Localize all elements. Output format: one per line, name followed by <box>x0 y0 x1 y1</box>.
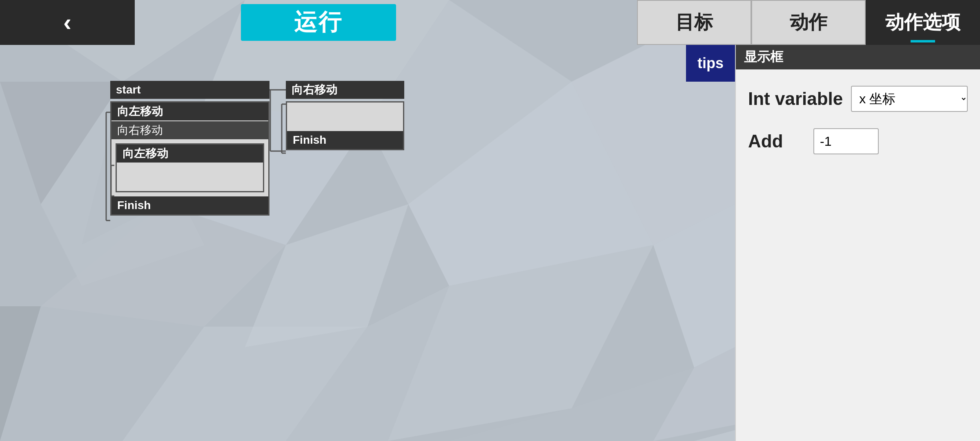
tips-button[interactable]: tips <box>686 45 735 82</box>
tab-action[interactable]: 动作 <box>751 0 866 45</box>
node-finish-bottom[interactable]: Finish <box>111 196 268 214</box>
panel-content: Int variable x 坐标 y 坐标 宽度 高度 Add <box>736 69 980 187</box>
node-finish-right[interactable]: Finish <box>287 131 403 149</box>
node-right-move-top[interactable]: 向右移动 <box>286 81 404 99</box>
node-inner-empty <box>117 163 263 191</box>
nav-tabs: 目标 动作 动作选项 <box>637 0 980 45</box>
node-inner-group: 向左移动 <box>116 143 264 192</box>
tab-action-options-label: 动作选项 <box>885 10 960 35</box>
panel-header-title: 显示框 <box>744 48 783 66</box>
tab-target[interactable]: 目标 <box>637 0 751 45</box>
node-left-move2[interactable]: 向左移动 <box>117 145 263 163</box>
node-right-empty <box>287 102 403 131</box>
int-variable-label: Int variable <box>748 89 843 109</box>
node-start[interactable]: start <box>110 81 270 99</box>
node-right-move-inner[interactable]: 向右移动 <box>111 121 268 139</box>
tab-target-label: 目标 <box>675 10 713 35</box>
tab-action-options[interactable]: 动作选项 <box>866 0 980 45</box>
back-icon: ‹ <box>63 10 71 35</box>
node-left-move[interactable]: 向左移动 <box>111 102 268 120</box>
run-button[interactable]: 运行 <box>241 4 396 41</box>
right-panel: 显示框 Int variable x 坐标 y 坐标 宽度 高度 Add <box>735 45 980 441</box>
add-row: Add <box>748 128 968 154</box>
top-bar: ‹ 运行 目标 动作 动作选项 <box>0 0 980 45</box>
node-outer-group: 向左移动 向右移动 向左移动 Finish <box>110 101 270 216</box>
back-button[interactable]: ‹ <box>0 0 135 45</box>
run-button-label: 运行 <box>294 7 343 38</box>
tab-action-label: 动作 <box>790 10 827 35</box>
panel-header: 显示框 <box>736 45 980 69</box>
node-right-group: Finish <box>286 101 404 150</box>
flow-area: start 向右移动 向左移动 向右移动 向左移动 Finish <box>0 45 719 441</box>
add-label: Add <box>748 131 805 151</box>
tips-label: tips <box>697 55 724 72</box>
int-variable-select[interactable]: x 坐标 y 坐标 宽度 高度 <box>851 86 968 112</box>
int-variable-row: Int variable x 坐标 y 坐标 宽度 高度 <box>748 86 968 112</box>
add-input[interactable] <box>813 128 879 154</box>
